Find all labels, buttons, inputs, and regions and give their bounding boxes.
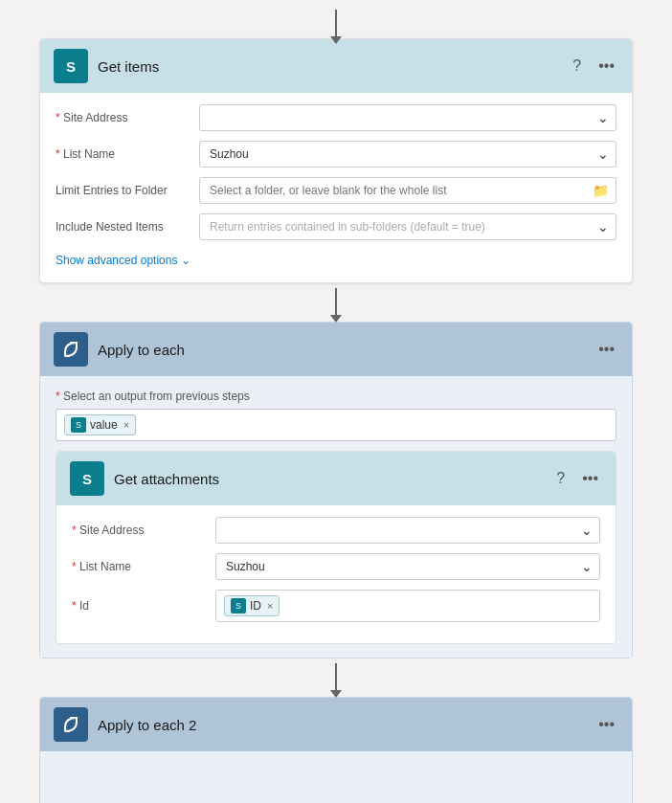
show-advanced-button[interactable]: Show advanced options ⌄ (56, 250, 190, 271)
ga-id-token-input[interactable]: S ID × (215, 590, 600, 622)
ga-site-address-control: ⌄ (215, 517, 600, 544)
apply-to-each-1-title: Apply to each (98, 342, 585, 358)
ga-list-name-label: List Name (72, 560, 206, 573)
apply-to-each-2-card: Apply to each 2 ••• (39, 697, 633, 803)
arrow-1 (335, 288, 337, 317)
get-attachments-actions: ? ••• (552, 468, 602, 489)
apply-to-each-2-header: Apply to each 2 ••• (40, 698, 632, 751)
id-token-icon: S (231, 598, 246, 613)
folder-icon: 📁 (593, 183, 609, 198)
ga-id-row: Id S ID × (72, 590, 600, 622)
apply-to-each-1-icon (54, 332, 88, 367)
include-nested-row: Include Nested Items Return entries cont… (56, 213, 616, 240)
arrow-2 (335, 663, 337, 692)
include-nested-label: Include Nested Items (56, 220, 190, 234)
ga-id-control: S ID × (215, 590, 600, 622)
top-arrow (335, 10, 337, 38)
get-attachments-icon: S (70, 461, 104, 496)
include-nested-control: Return entries contained in sub-folders … (199, 213, 616, 240)
get-items-more-button[interactable]: ••• (594, 56, 618, 77)
site-address-select[interactable] (199, 104, 616, 131)
get-items-title: Get items (98, 58, 559, 75)
get-attachments-card: S Get attachments ? ••• (56, 451, 616, 644)
get-attachments-body: Site Address ⌄ List Name (56, 505, 616, 643)
apply-to-each-2-icon (54, 707, 88, 742)
apply-to-each-2-more-button[interactable]: ••• (594, 714, 618, 735)
show-advanced-chevron: ⌄ (181, 254, 190, 267)
flow-canvas: S Get items ? ••• Site Address (0, 10, 672, 803)
loop2-svg-icon (61, 715, 80, 734)
ga-site-address-label: Site Address (72, 524, 206, 537)
limit-entries-label: Limit Entries to Folder (56, 184, 190, 197)
list-name-row: List Name Suzhou ⌄ (56, 141, 616, 167)
include-nested-select[interactable]: Return entries contained in sub-folders … (199, 213, 616, 240)
list-name-label: List Name (56, 147, 190, 161)
apply-to-each-2-empty-body (40, 751, 632, 803)
apply-to-each-1-card: Apply to each ••• Select an output from … (39, 322, 633, 658)
id-token-remove[interactable]: × (267, 600, 273, 612)
get-attachments-header: S Get attachments ? ••• (56, 452, 616, 505)
apply-to-each-1-header: Apply to each ••• (40, 323, 632, 376)
ga-list-name-row: List Name Suzhou ⌄ (72, 553, 600, 580)
get-items-help-button[interactable]: ? (569, 56, 585, 77)
ga-site-address-select[interactable] (215, 517, 600, 544)
site-address-control: ⌄ (199, 104, 616, 131)
ga-list-name-control: Suzhou ⌄ (215, 553, 600, 580)
get-items-actions: ? ••• (569, 56, 618, 77)
list-name-control: Suzhou ⌄ (199, 141, 616, 167)
get-items-header: S Get items ? ••• (40, 39, 632, 93)
get-attachments-help-button[interactable]: ? (552, 468, 569, 489)
token-input-value[interactable]: S value × (56, 409, 616, 441)
get-attachments-title: Get attachments (114, 471, 543, 487)
apply-to-each-1-body: Select an output from previous steps S v… (40, 376, 632, 658)
list-name-select[interactable]: Suzhou (199, 141, 616, 167)
get-items-body: Site Address ⌄ List Name Suzhou ⌄ (40, 93, 632, 282)
get-items-icon: S (54, 49, 88, 83)
select-output-label: Select an output from previous steps (56, 390, 616, 403)
ga-list-name-select[interactable]: Suzhou (215, 553, 600, 580)
value-token-remove[interactable]: × (123, 419, 129, 431)
get-attachments-more-button[interactable]: ••• (578, 468, 602, 489)
show-advanced-label: Show advanced options (56, 254, 177, 267)
id-token-text: ID (250, 599, 261, 613)
limit-entries-input[interactable] (199, 177, 616, 204)
id-token: S ID × (224, 595, 280, 616)
ga-id-label: Id (72, 599, 206, 613)
limit-entries-row: Limit Entries to Folder 📁 (56, 177, 616, 204)
limit-entries-control: 📁 (199, 177, 616, 204)
value-token-icon: S (71, 417, 86, 433)
apply-to-each-2-title: Apply to each 2 (98, 717, 585, 733)
get-items-card: S Get items ? ••• Site Address (39, 38, 633, 283)
apply-to-each-1-more-button[interactable]: ••• (594, 339, 618, 360)
site-address-label: Site Address (56, 111, 190, 124)
apply-to-each-1-actions: ••• (594, 339, 618, 360)
ga-site-address-row: Site Address ⌄ (72, 517, 600, 544)
loop-svg-icon (61, 340, 80, 359)
value-token: S value × (64, 414, 136, 435)
value-token-text: value (90, 418, 118, 432)
site-address-row: Site Address ⌄ (56, 104, 616, 131)
apply-to-each-2-actions: ••• (594, 714, 618, 735)
